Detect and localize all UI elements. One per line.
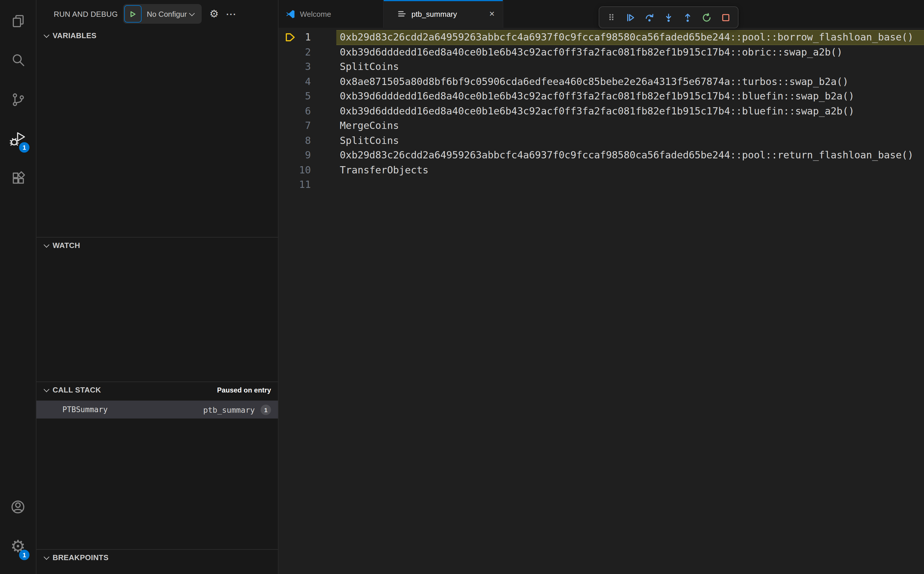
- code-editor[interactable]: 1 0xb29d83c26cdd2a64959263abbcfc4a6937f0…: [279, 28, 924, 574]
- sidebar-item-source-control[interactable]: [0, 80, 36, 119]
- debug-config-dropdown[interactable]: No Configur: [142, 9, 201, 18]
- step-into-button[interactable]: [661, 9, 677, 25]
- activity-bar: 1: [0, 0, 36, 574]
- sidebar-item-search[interactable]: [0, 41, 36, 80]
- line-number[interactable]: 11: [290, 177, 311, 192]
- code-text: MergeCoins: [340, 118, 924, 133]
- run-and-debug-sidebar: RUN AND DEBUG No Configur ⚙ ··· VARIABLE…: [36, 0, 278, 574]
- chevron-down-icon: [44, 554, 49, 560]
- code-line[interactable]: 5 0xb39d6dddedd16ed8a40ce0b1e6b43c92acf0…: [279, 89, 924, 104]
- settings-button[interactable]: ⚙ 1: [0, 527, 36, 566]
- play-icon: [129, 9, 137, 18]
- settings-badge: 1: [19, 550, 30, 560]
- line-number[interactable]: 1: [290, 30, 311, 45]
- watch-section-header[interactable]: WATCH: [36, 238, 278, 253]
- tab-label: Welcome: [300, 9, 331, 18]
- code-text: TransferObjects: [340, 163, 924, 177]
- stack-frame-row[interactable]: PTBSummary ptb_summary 1: [36, 401, 278, 418]
- line-number[interactable]: 9: [290, 148, 311, 163]
- step-over-icon: [644, 13, 655, 22]
- line-number[interactable]: 2: [290, 45, 311, 60]
- line-number[interactable]: 8: [290, 133, 311, 148]
- variables-label: VARIABLES: [53, 31, 96, 40]
- source-control-icon: [10, 91, 26, 107]
- debug-settings-gear-button[interactable]: ⚙: [209, 9, 219, 19]
- continue-icon: [625, 13, 636, 22]
- list-icon: [398, 10, 407, 18]
- line-number[interactable]: 6: [290, 104, 311, 118]
- code-text: 0xb39d6dddedd16ed8a40ce0b1e6b43c92acf0ff…: [340, 104, 924, 118]
- stack-frame-name: PTBSummary: [62, 405, 108, 414]
- call-stack-label: CALL STACK: [53, 386, 101, 394]
- toolbar-drag-handle[interactable]: [603, 9, 619, 25]
- debug-badge: 1: [19, 142, 30, 153]
- line-number[interactable]: 7: [290, 118, 311, 133]
- variables-section: VARIABLES: [36, 28, 278, 237]
- vscode-logo-icon: [285, 9, 295, 19]
- sidebar-item-extensions[interactable]: [0, 158, 36, 198]
- sidebar-title: RUN AND DEBUG: [54, 9, 118, 18]
- stop-icon: [721, 13, 731, 22]
- code-line[interactable]: 10 TransferObjects: [279, 163, 924, 177]
- debug-config-control: No Configur: [123, 4, 202, 24]
- continue-button[interactable]: [622, 9, 639, 25]
- vscode-window: 1: [0, 0, 924, 574]
- variables-section-header[interactable]: VARIABLES: [36, 28, 278, 43]
- stop-button[interactable]: [718, 9, 734, 25]
- step-over-button[interactable]: [641, 9, 658, 25]
- gripper-icon: [607, 13, 616, 22]
- chevron-down-icon: [44, 241, 49, 248]
- watch-label: WATCH: [53, 241, 80, 250]
- step-out-icon: [682, 13, 693, 22]
- debug-toolbar: [599, 6, 738, 28]
- code-line[interactable]: 9 0xb29d83c26cdd2a64959263abbcfc4a6937f0…: [279, 148, 924, 163]
- line-number[interactable]: 3: [290, 60, 311, 74]
- tab-welcome[interactable]: Welcome: [279, 0, 384, 28]
- code-text: SplitCoins: [340, 133, 924, 148]
- sidebar-item-explorer[interactable]: [0, 1, 36, 41]
- paused-status-text: Paused on entry: [217, 386, 271, 394]
- more-actions-button[interactable]: ···: [226, 9, 237, 18]
- code-line[interactable]: 2 0xb39d6dddedd16ed8a40ce0b1e6b43c92acf0…: [279, 45, 924, 60]
- code-line[interactable]: 6 0xb39d6dddedd16ed8a40ce0b1e6b43c92acf0…: [279, 104, 924, 118]
- files-icon: [10, 13, 26, 28]
- debug-config-label: No Configur: [147, 9, 187, 18]
- breakpoints-section: BREAKPOINTS: [36, 549, 278, 574]
- code-text: SplitCoins: [340, 60, 924, 74]
- watch-section: WATCH: [36, 237, 278, 382]
- chevron-down-icon: [189, 10, 195, 16]
- account-button[interactable]: [0, 487, 36, 527]
- breakpoints-label: BREAKPOINTS: [53, 553, 109, 562]
- code-text: 0xb39d6dddedd16ed8a40ce0b1e6b43c92acf0ff…: [340, 89, 924, 104]
- code-line[interactable]: 8 SplitCoins: [279, 133, 924, 148]
- code-line[interactable]: 7 MergeCoins: [279, 118, 924, 133]
- code-text: 0xb29d83c26cdd2a64959263abbcfc4a6937f0c9…: [340, 148, 924, 163]
- stack-frame-source: ptb_summary: [203, 405, 255, 414]
- chevron-down-icon: [44, 386, 49, 392]
- editor-area: Welcome ptb_summary ×: [278, 0, 924, 574]
- restart-button[interactable]: [699, 9, 715, 25]
- call-stack-section-header[interactable]: CALL STACK Paused on entry: [36, 382, 278, 398]
- code-line[interactable]: 1 0xb29d83c26cdd2a64959263abbcfc4a6937f0…: [279, 30, 924, 45]
- close-tab-icon[interactable]: ×: [488, 9, 496, 19]
- step-out-button[interactable]: [680, 9, 696, 25]
- activity-bar-bottom: ⚙ 1: [0, 487, 36, 574]
- code-text: 0xb39d6dddedd16ed8a40ce0b1e6b43c92acf0ff…: [340, 45, 924, 60]
- search-icon: [10, 52, 26, 68]
- code-line[interactable]: 3 SplitCoins: [279, 60, 924, 74]
- tab-label: ptb_summary: [411, 9, 457, 18]
- code-text: 0xb29d83c26cdd2a64959263abbcfc4a6937f0c9…: [340, 30, 924, 45]
- sidebar-item-run-and-debug[interactable]: 1: [0, 119, 36, 158]
- code-line[interactable]: 4 0x8ae871505a80d8bf6bf9c05906cda6edfeea…: [279, 74, 924, 89]
- line-number[interactable]: 4: [290, 74, 311, 89]
- code-line[interactable]: 11: [279, 177, 924, 192]
- line-number[interactable]: 10: [290, 163, 311, 177]
- breakpoints-section-header[interactable]: BREAKPOINTS: [36, 550, 278, 565]
- start-debugging-button[interactable]: [124, 5, 142, 22]
- account-icon: [10, 499, 26, 515]
- line-number[interactable]: 5: [290, 89, 311, 104]
- call-stack-section: CALL STACK Paused on entry PTBSummary pt…: [36, 382, 278, 549]
- tab-ptb-summary[interactable]: ptb_summary ×: [384, 0, 503, 28]
- stack-frame-badge: 1: [261, 404, 271, 415]
- restart-icon: [702, 13, 712, 22]
